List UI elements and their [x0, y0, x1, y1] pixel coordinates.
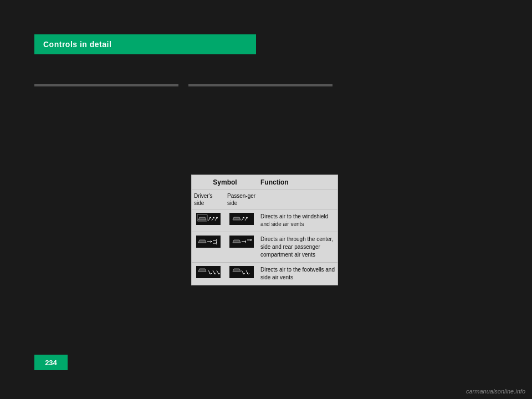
- header-title: Controls in detail: [43, 40, 111, 49]
- table-row: Directs air to the footwells and side ai…: [192, 263, 337, 285]
- driver-icon-cell-3: [192, 266, 225, 278]
- function-column-header: Function: [258, 178, 337, 186]
- table-row: Directs air to the windshield and side a…: [192, 209, 337, 232]
- airflow-icon-passenger-1: [229, 213, 254, 225]
- passenger-side-label: Passen-ger side: [225, 192, 258, 207]
- sub-function-label: [258, 192, 337, 207]
- driver-side-label: Driver's side: [192, 192, 225, 207]
- driver-icon-cell-2: [192, 236, 225, 248]
- divider-left: [34, 84, 178, 86]
- airflow-icon-driver-3: [196, 266, 221, 278]
- symbol-function-table: Symbol Function Driver's side Passen-ger…: [191, 175, 338, 285]
- sub-header-row: Driver's side Passen-ger side: [192, 190, 337, 209]
- airflow-icon-passenger-2: [229, 236, 254, 248]
- airflow-icon-driver-2: [196, 236, 221, 248]
- symbol-column-header: Symbol: [192, 178, 258, 186]
- function-text-1: Directs air to the windshield and side a…: [258, 213, 337, 228]
- page-container: Controls in detail Symbol Function Drive…: [0, 0, 532, 399]
- passenger-icon-cell-3: [225, 266, 258, 278]
- passenger-icon-cell-2: [225, 236, 258, 248]
- table-header-row: Symbol Function: [192, 175, 337, 190]
- page-number-box: 234: [34, 355, 68, 370]
- passenger-icon-cell-1: [225, 213, 258, 225]
- page-number: 234: [45, 359, 57, 367]
- driver-icon-cell-1: [192, 213, 225, 225]
- svg-rect-45: [229, 266, 254, 278]
- watermark: carmanualsonline.info: [466, 388, 525, 395]
- header-bar: Controls in detail: [34, 34, 256, 54]
- svg-rect-35: [196, 266, 221, 278]
- function-text-3: Directs air to the footwells and side ai…: [258, 266, 337, 282]
- airflow-icon-driver-1: [196, 213, 221, 225]
- divider-right: [188, 84, 332, 86]
- table-row: Directs air through the center, side and…: [192, 232, 337, 263]
- function-text-2: Directs air through the center, side and…: [258, 236, 337, 259]
- airflow-icon-passenger-3: [229, 266, 254, 278]
